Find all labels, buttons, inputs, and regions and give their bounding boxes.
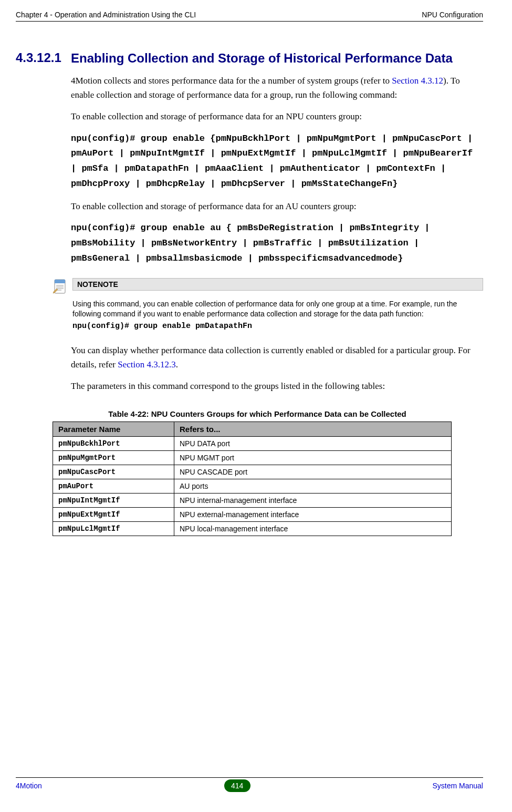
- page-number-badge: 414: [224, 779, 250, 792]
- param-cell: pmNpuExtMgmtIf: [53, 507, 174, 521]
- note-row: NOTENOTE: [53, 278, 483, 296]
- table-header-row: Parameter Name Refers to...: [53, 422, 452, 436]
- desc-cell: NPU external-management interface: [174, 507, 452, 521]
- param-cell: pmNpuIntMgmtIf: [53, 493, 174, 507]
- note-label: NOTENOTE: [72, 278, 483, 291]
- paragraph-3: To enable collection and storage of perf…: [71, 199, 483, 213]
- param-cell: pmNpuBckhlPort: [53, 436, 174, 450]
- table-header-2: Refers to...: [174, 422, 452, 436]
- code-block-1: npu(config)# group enable {pmNpuBckhlPor…: [71, 131, 483, 192]
- table-row: pmNpuCascPortNPU CASCADE port: [53, 465, 452, 479]
- section-heading: 4.3.12.1 Enabling Collection and Storage…: [16, 50, 483, 66]
- page-footer: 4Motion 414 System Manual: [16, 777, 483, 792]
- table-row: pmNpuLclMgmtIfNPU local-management inter…: [53, 521, 452, 536]
- param-cell: pmAuPort: [53, 479, 174, 493]
- paragraph-2: To enable collection and storage of perf…: [71, 109, 483, 124]
- table-row: pmNpuBckhlPortNPU DATA port: [53, 436, 452, 450]
- desc-cell: NPU local-management interface: [174, 521, 452, 536]
- svg-rect-1: [55, 280, 65, 283]
- note-icon: [53, 278, 68, 296]
- page-header: Chapter 4 - Operation and Administration…: [16, 11, 483, 22]
- paragraph-5: The parameters in this command correspon…: [71, 379, 483, 393]
- note-body: Using this command, you can enable colle…: [72, 299, 483, 332]
- table-row: pmAuPortAU ports: [53, 479, 452, 493]
- param-cell: pmNpuCascPort: [53, 465, 174, 479]
- desc-cell: NPU internal-management interface: [174, 493, 452, 507]
- param-cell: pmNpuMgmtPort: [53, 450, 174, 465]
- para1-text-a: 4Motion collects and stores performance …: [71, 76, 392, 86]
- table-row: pmNpuIntMgmtIfNPU internal-management in…: [53, 493, 452, 507]
- parameters-table: Parameter Name Refers to... pmNpuBckhlPo…: [53, 422, 452, 536]
- para1-link[interactable]: Section 4.3.12: [392, 76, 443, 86]
- param-cell: pmNpuLclMgmtIf: [53, 521, 174, 536]
- footer-right[interactable]: System Manual: [433, 782, 483, 790]
- paragraph-1: 4Motion collects and stores performance …: [71, 74, 483, 102]
- footer-left[interactable]: 4Motion: [16, 782, 42, 790]
- table-caption: Table 4-22: NPU Counters Groups for whic…: [53, 409, 483, 418]
- desc-cell: NPU MGMT port: [174, 450, 452, 465]
- header-right: NPU Configuration: [422, 11, 483, 19]
- code-block-2: npu(config)# group enable au { pmBsDeReg…: [71, 221, 483, 266]
- para4-link[interactable]: Section 4.3.12.3: [118, 359, 176, 369]
- note-text: Using this command, you can enable colle…: [72, 299, 473, 319]
- section-number: 4.3.12.1: [16, 50, 71, 65]
- section-title: Enabling Collection and Storage of Histo…: [71, 50, 453, 66]
- desc-cell: AU ports: [174, 479, 452, 493]
- desc-cell: NPU CASCADE port: [174, 465, 452, 479]
- table-header-1: Parameter Name: [53, 422, 174, 436]
- table-row: pmNpuMgmtPortNPU MGMT port: [53, 450, 452, 465]
- para4-text-b: .: [176, 359, 178, 369]
- header-left: Chapter 4 - Operation and Administration…: [16, 11, 196, 19]
- table-row: pmNpuExtMgmtIfNPU external-management in…: [53, 507, 452, 521]
- note-code: npu(config)# group enable pmDatapathFn: [72, 321, 473, 332]
- desc-cell: NPU DATA port: [174, 436, 452, 450]
- paragraph-4: You can display whether performance data…: [71, 343, 483, 372]
